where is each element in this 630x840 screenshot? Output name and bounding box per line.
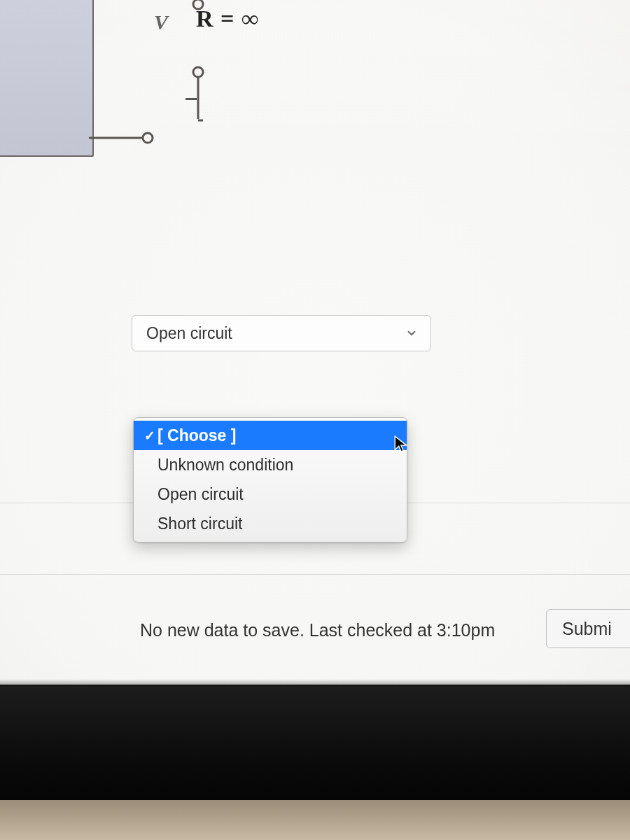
divider-line	[0, 574, 630, 575]
circuit-resistance-label: R = ∞	[196, 6, 259, 32]
svg-point-4	[193, 67, 203, 77]
circuit-minus-mark	[186, 98, 197, 100]
submit-button[interactable]: Submi	[546, 609, 630, 648]
answer-select-2-dropdown[interactable]: ✓[ Choose ]Unknown conditionOpen circuit…	[133, 417, 407, 542]
autosave-status: No new data to save. Last checked at 3:1…	[0, 620, 630, 640]
dropdown-option-label: Short circuit	[158, 514, 242, 533]
dropdown-option[interactable]: ✓[ Choose ]	[134, 421, 407, 450]
circuit-block	[0, 0, 94, 157]
dropdown-option[interactable]: Open circuit	[134, 479, 407, 509]
submit-button-label: Submi	[562, 619, 612, 639]
desk-surface	[0, 800, 630, 840]
laptop-bezel	[0, 685, 630, 800]
circuit-voltage-label: V	[154, 10, 168, 34]
check-icon: ✓	[142, 429, 158, 442]
svg-point-1	[143, 133, 153, 143]
quiz-screen: V R = ∞ Open circuit ✓[ Choose ]Unknown …	[0, 0, 630, 840]
dropdown-option[interactable]: Short circuit	[134, 509, 407, 538]
dropdown-option-label: Open circuit	[158, 485, 244, 504]
answer-select-1[interactable]: Open circuit	[132, 315, 431, 351]
dropdown-option-label: [ Choose ]	[158, 426, 236, 445]
answer-select-1-value: Open circuit	[146, 324, 232, 343]
dropdown-option-label: Unknown condition	[158, 456, 293, 475]
chevron-down-icon	[405, 327, 418, 340]
dropdown-option[interactable]: Unknown condition	[134, 450, 407, 479]
